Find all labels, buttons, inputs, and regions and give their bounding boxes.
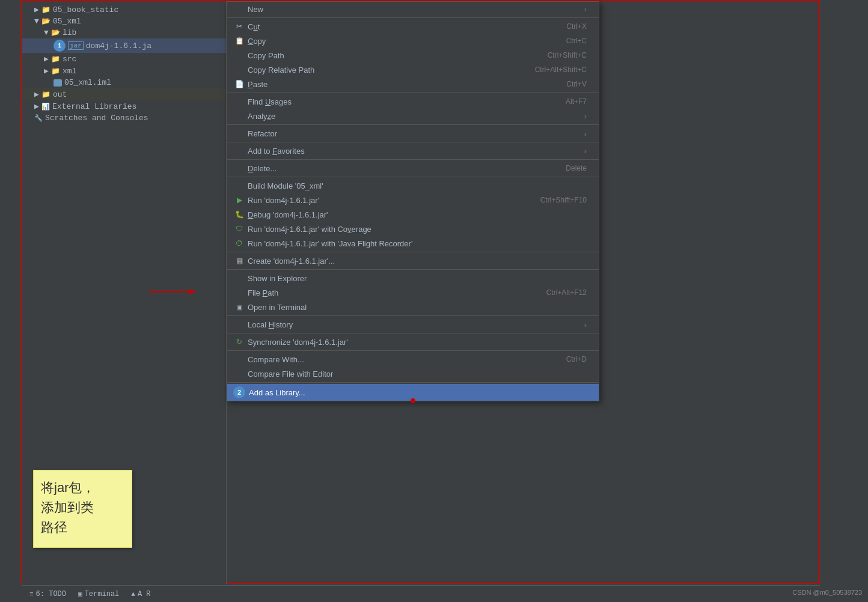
menu-item-paste[interactable]: 📄 Paste Ctrl+V	[227, 77, 599, 91]
menu-separator	[227, 315, 599, 316]
tree-label: Scratches and Consoles	[45, 114, 148, 123]
step-badge-1: 1	[53, 40, 66, 52]
menu-item-run-flight[interactable]: ⏱ Run 'dom4j-1.6.1.jar' with 'Java Fligh…	[227, 236, 599, 251]
menu-label: Refactor	[248, 129, 277, 138]
sticky-note-text: 将jar包， 添加到类 路径	[41, 480, 95, 535]
shortcut-label: Ctrl+Shift+F10	[540, 196, 587, 204]
menu-separator	[227, 350, 599, 351]
tree-item-book-static[interactable]: ▶ 📁 05_book_static	[22, 4, 226, 16]
menu-item-debug-jar[interactable]: 🐛 Debug 'dom4j-1.6.1.jar'	[227, 207, 599, 222]
tree-item-lib[interactable]: ▼ 📂 lib	[22, 27, 226, 38]
tree-label: xml	[63, 67, 76, 76]
tree-label: dom4j-1.6.1.ja	[86, 41, 151, 50]
menu-item-copy[interactable]: 📋 Copy Ctrl+C	[227, 34, 599, 48]
menu-item-compare-editor[interactable]: Compare File with Editor	[227, 366, 599, 381]
tree-item-scratches[interactable]: 🔧 Scratches and Consoles	[22, 112, 226, 124]
create-icon: ▦	[233, 257, 245, 265]
menu-item-create-jar[interactable]: ▦ Create 'dom4j-1.6.1.jar'...	[227, 254, 599, 268]
menu-item-delete[interactable]: Delete... Delete	[227, 161, 599, 175]
step-badge-2: 2	[233, 386, 245, 398]
menu-label: Show in Explorer	[248, 274, 307, 283]
menu-item-copy-path[interactable]: Copy Path Ctrl+Shift+C	[227, 48, 599, 62]
collapse-arrow: ▼	[44, 28, 51, 37]
menu-label: Analyze	[248, 112, 275, 121]
shortcut-label: Ctrl+C	[566, 37, 587, 45]
sync-icon: ↻	[233, 338, 245, 346]
collapse-arrow: ▶	[44, 54, 51, 64]
menu-item-add-favorites[interactable]: Add to Favorites ›	[227, 144, 599, 158]
menu-item-show-explorer[interactable]: Show in Explorer	[227, 271, 599, 285]
shortcut-label: Ctrl+V	[566, 80, 587, 88]
debug-icon: 🐛	[233, 210, 245, 219]
tab-run[interactable]: ▲ A R	[129, 589, 153, 600]
menu-item-find-usages[interactable]: Find Usages Alt+F7	[227, 94, 599, 109]
tree-item-ext-libs[interactable]: ▶ 📊 External Libraries	[22, 100, 226, 112]
menu-label: Add to Favorites	[248, 147, 305, 156]
menu-item-file-path[interactable]: File Path Ctrl+Alt+F12	[227, 285, 599, 300]
tree-item-dom4j[interactable]: 1 jar dom4j-1.6.1.ja	[22, 38, 226, 53]
tree-item-out[interactable]: ▶ 📁 out	[22, 88, 226, 100]
shortcut-label: Ctrl+D	[566, 355, 587, 363]
menu-label: Build Module '05_xml'	[248, 181, 323, 190]
tab-label: A R	[138, 590, 151, 598]
collapse-arrow: ▶	[44, 66, 51, 76]
tree-item-iml[interactable]: 05_xml.iml	[22, 77, 226, 88]
menu-separator	[227, 142, 599, 142]
tab-label: Terminal	[85, 590, 120, 598]
menu-item-local-history[interactable]: Local History ›	[227, 317, 599, 332]
menu-item-new[interactable]: New ›	[227, 2, 599, 16]
tree-item-xml[interactable]: ▼ 📂 05_xml	[22, 16, 226, 27]
menu-item-run-jar[interactable]: ▶ Run 'dom4j-1.6.1.jar' Ctrl+Shift+F10	[227, 193, 599, 207]
menu-label: Compare File with Editor	[248, 369, 333, 379]
tree-item-src[interactable]: ▶ 📁 src	[22, 53, 226, 65]
tree-label: 05_xml	[53, 17, 81, 26]
tab-terminal[interactable]: ▣ Terminal	[76, 589, 121, 600]
menu-label: Synchronize 'dom4j-1.6.1.jar'	[248, 338, 348, 347]
bottom-bar: ≡ 6: TODO ▣ Terminal ▲ A R	[22, 585, 820, 602]
sticky-note: 将jar包， 添加到类 路径	[33, 470, 132, 548]
tree-label: 05_xml.iml	[64, 78, 111, 87]
menu-item-compare-with[interactable]: Compare With... Ctrl+D	[227, 352, 599, 366]
tab-todo[interactable]: ≡ 6: TODO	[27, 589, 69, 600]
collapse-arrow: ▶	[34, 90, 41, 99]
run-icon: ▶	[233, 196, 245, 204]
list-icon: ≡	[29, 591, 34, 598]
menu-item-build-module[interactable]: Build Module '05_xml'	[227, 178, 599, 193]
menu-item-refactor[interactable]: Refactor ›	[227, 126, 599, 141]
menu-label: New	[248, 5, 263, 14]
collapse-arrow: ▶	[34, 102, 41, 111]
tree-item-xml-sub[interactable]: ▶ 📁 xml	[22, 65, 226, 77]
tree-label: External Libraries	[52, 102, 136, 111]
menu-label: Local History	[248, 320, 293, 329]
menu-label: Run 'dom4j-1.6.1.jar' with 'Java Flight …	[248, 239, 412, 248]
menu-label: Create 'dom4j-1.6.1.jar'...	[248, 257, 335, 266]
tree-label: 05_book_static	[53, 5, 118, 14]
menu-label: Find Usages	[248, 97, 292, 106]
submenu-arrow: ›	[584, 112, 587, 121]
tab-label: 6: TODO	[36, 590, 66, 598]
menu-item-copy-rel-path[interactable]: Copy Relative Path Ctrl+Alt+Shift+C	[227, 62, 599, 77]
menu-label: Cut	[248, 22, 260, 31]
menu-label: Add as Library...	[249, 388, 305, 397]
menu-item-add-library[interactable]: 2 Add as Library...	[227, 384, 599, 401]
context-menu: New › ✂ Cut Ctrl+X 📋 Copy Ctrl+C Copy Pa…	[227, 1, 599, 401]
menu-item-synchronize[interactable]: ↻ Synchronize 'dom4j-1.6.1.jar'	[227, 335, 599, 349]
tree-label: lib	[63, 28, 76, 37]
menu-label: Paste	[248, 80, 267, 89]
menu-item-analyze[interactable]: Analyze ›	[227, 109, 599, 123]
shortcut-label: Ctrl+X	[566, 22, 587, 31]
watermark: CSDN @m0_50538723	[792, 589, 862, 596]
menu-separator	[227, 382, 599, 383]
menu-item-run-coverage[interactable]: 🛡 Run 'dom4j-1.6.1.jar' with Coverage	[227, 222, 599, 236]
shortcut-label: Ctrl+Alt+F12	[546, 288, 587, 297]
terminal-icon: ▣	[78, 590, 82, 598]
menu-item-open-terminal[interactable]: ▣ Open in Terminal	[227, 300, 599, 314]
menu-separator	[227, 124, 599, 125]
shortcut-label: Ctrl+Alt+Shift+C	[535, 65, 587, 74]
menu-separator	[227, 252, 599, 252]
scissors-icon: ✂	[233, 22, 245, 31]
menu-label: Run 'dom4j-1.6.1.jar' with Coverage	[248, 225, 371, 234]
menu-label: Copy	[248, 37, 266, 46]
menu-item-cut[interactable]: ✂ Cut Ctrl+X	[227, 19, 599, 34]
menu-label: Open in Terminal	[248, 303, 307, 312]
